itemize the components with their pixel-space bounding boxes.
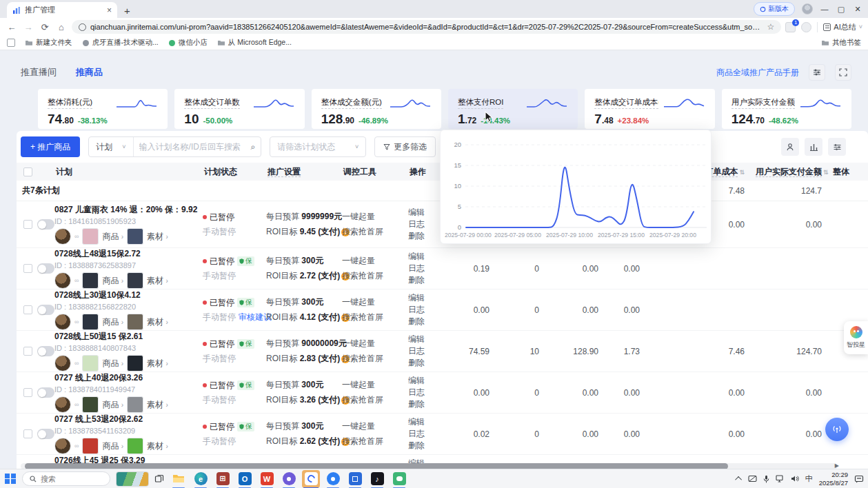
search-top-screen[interactable]: 搜索抢首屏	[342, 226, 408, 238]
other-bookmarks-button[interactable]: 其他书签	[821, 38, 861, 48]
material-thumbnail[interactable]	[127, 355, 143, 372]
plan-title[interactable]: 0728线上50退15 保2.61	[54, 331, 203, 343]
home-button[interactable]: ⌂	[55, 22, 68, 32]
product-thumbnail[interactable]	[82, 355, 99, 372]
taskbar-app-qianchuan[interactable]	[302, 470, 320, 488]
product-thumbnail[interactable]	[82, 396, 99, 413]
tray-chevron-up-icon[interactable]	[735, 476, 742, 483]
material-link[interactable]: 素材 ›	[147, 275, 168, 287]
back-button[interactable]: ←	[6, 22, 18, 32]
tab-product[interactable]: 推商品	[76, 66, 103, 79]
search-top-screen[interactable]: 搜索抢首屏	[342, 394, 408, 406]
url-field[interactable]: qianchuan.jinritemai.com/uni-prom?aavid=…	[72, 20, 781, 34]
row-toggle-switch[interactable]	[37, 263, 54, 274]
edit-link[interactable]: 编辑	[408, 375, 443, 387]
extensions-puzzle-icon[interactable]	[801, 22, 811, 32]
delete-link[interactable]: 删除	[408, 440, 443, 451]
fullscreen-button[interactable]	[835, 64, 851, 81]
window-close-button[interactable]: ✕	[853, 5, 862, 14]
browser-profile-avatar[interactable]	[802, 3, 813, 14]
plan-title[interactable]: 0827 儿童雨衣 14% 退：20% 保：9.92	[54, 204, 203, 216]
tab-live-room[interactable]: 推直播间	[21, 66, 57, 79]
stat-card[interactable]: 整体成交金额(元)128.90-46.89%	[312, 89, 441, 129]
plan-title[interactable]: 0728线上30退10保4.12	[54, 289, 203, 301]
microphone-icon[interactable]	[763, 475, 769, 483]
more-filters-button[interactable]: 更多筛选	[374, 136, 436, 157]
reading-list-icon[interactable]	[7, 39, 15, 47]
product-link[interactable]: 商品 ›	[102, 275, 123, 287]
edit-link[interactable]: 编辑	[408, 334, 443, 345]
sort-icon[interactable]: ⇅	[823, 169, 829, 176]
site-settings-icon[interactable]	[79, 23, 86, 31]
product-link[interactable]: 商品 ›	[102, 316, 123, 328]
select-all-checkbox[interactable]	[23, 167, 32, 176]
row-checkbox[interactable]	[23, 429, 32, 438]
column-settings-button[interactable]	[828, 138, 846, 156]
edit-link[interactable]: 编辑	[408, 207, 443, 218]
start-button[interactable]	[4, 473, 17, 485]
taskbar-app-outlook[interactable]: O	[236, 470, 254, 488]
one-key-boost[interactable]: 一键起量	[342, 379, 408, 391]
network-icon[interactable]	[776, 475, 785, 482]
one-key-boost[interactable]: 一键起量	[342, 296, 408, 308]
task-view-button[interactable]	[154, 474, 164, 484]
version-badge[interactable]: 新版本	[754, 2, 795, 16]
tab-close-icon[interactable]: ×	[107, 6, 112, 15]
delete-link[interactable]: 删除	[408, 230, 443, 242]
row-checkbox[interactable]	[23, 220, 32, 229]
taskbar-app-app-blue[interactable]	[346, 470, 364, 488]
extension-icon[interactable]: 1	[785, 22, 796, 32]
log-link[interactable]: 日志	[408, 387, 443, 398]
stat-card[interactable]: 用户实际支付金额(元)124.70-48.62%	[722, 89, 851, 129]
row-checkbox[interactable]	[23, 347, 32, 356]
plan-status-select[interactable]: 请筛选计划状态˅	[270, 136, 366, 157]
column-header[interactable]: 用户实际支付金额⇅	[754, 166, 831, 178]
plan-title[interactable]: 0728线上48退15保2.72	[54, 248, 203, 260]
plan-type-select[interactable]: 计划˅	[89, 137, 133, 156]
bookmark-item[interactable]: 新建文件夹	[25, 38, 72, 48]
row-toggle-switch[interactable]	[37, 346, 54, 356]
one-key-boost[interactable]: 一键起量	[342, 211, 408, 223]
material-link[interactable]: 素材 ›	[147, 231, 168, 243]
help-button[interactable]	[825, 418, 849, 441]
taskbar-app-edge-browser[interactable]: e	[192, 470, 210, 488]
material-thumbnail[interactable]	[127, 438, 143, 454]
material-link[interactable]: 素材 ›	[147, 399, 168, 411]
product-link[interactable]: 商品 ›	[102, 231, 123, 243]
browser-tab[interactable]: 推广管理 ×	[7, 2, 117, 18]
stat-card[interactable]: 整体支付ROI1.72-14.43%	[448, 89, 578, 129]
product-link[interactable]: 商品 ›	[102, 358, 123, 369]
row-toggle-switch[interactable]	[37, 387, 54, 398]
product-link[interactable]: 商品 ›	[102, 399, 123, 411]
row-toggle-switch[interactable]	[37, 429, 54, 439]
forward-button[interactable]: →	[22, 22, 34, 32]
taskbar-app-file-explorer[interactable]	[170, 470, 188, 488]
delete-link[interactable]: 删除	[408, 274, 443, 286]
material-thumbnail[interactable]	[127, 228, 143, 245]
scroll-right-arrow-icon[interactable]: ▶	[835, 462, 839, 469]
material-thumbnail[interactable]	[127, 272, 143, 289]
notification-icon[interactable]	[854, 475, 864, 483]
audience-button[interactable]	[781, 138, 799, 156]
product-manual-link[interactable]: 商品全域推广产品手册	[716, 67, 799, 79]
row-checkbox[interactable]	[23, 264, 32, 273]
log-link[interactable]: 日志	[408, 304, 443, 316]
touchpad-icon[interactable]	[748, 475, 757, 482]
plan-title[interactable]: 0727 线上53退20保2.62	[54, 414, 203, 425]
stat-card[interactable]: 整体消耗(元)74.80-38.13%	[38, 89, 168, 129]
sort-icon[interactable]: ⇅	[739, 169, 745, 176]
taskbar-search[interactable]	[22, 471, 110, 486]
product-thumbnail[interactable]	[82, 272, 99, 289]
row-checkbox[interactable]	[23, 388, 32, 397]
product-link[interactable]: 商品 ›	[102, 440, 123, 452]
chart-columns-button[interactable]	[805, 138, 822, 156]
taskbar-search-input[interactable]	[41, 475, 96, 483]
volume-icon[interactable]	[791, 475, 799, 482]
log-link[interactable]: 日志	[408, 263, 443, 274]
one-key-boost[interactable]: 一键起量	[342, 338, 408, 349]
product-thumbnail[interactable]	[82, 228, 99, 245]
material-link[interactable]: 素材 ›	[147, 316, 168, 328]
search-icon[interactable]: ⌕	[251, 142, 261, 152]
row-toggle-switch[interactable]	[37, 305, 54, 315]
material-link[interactable]: 素材 ›	[147, 358, 168, 369]
